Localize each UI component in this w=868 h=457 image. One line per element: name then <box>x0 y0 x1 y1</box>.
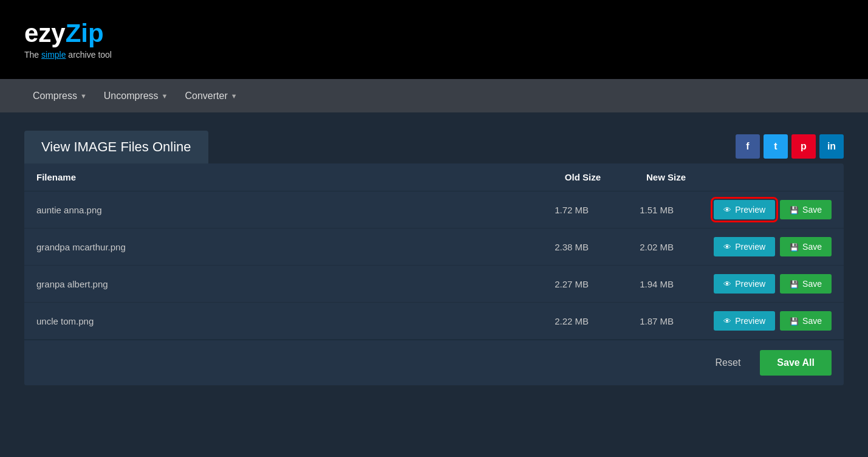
navigation: Compress ▼ Uncompress ▼ Converter ▼ <box>0 79 868 112</box>
preview-label: Preview <box>735 205 765 215</box>
save-all-button[interactable]: Save All <box>760 350 832 376</box>
file-name: uncle tom.png <box>36 316 516 326</box>
pinterest-button[interactable]: p <box>791 134 816 159</box>
save-icon <box>790 279 799 289</box>
save-label: Save <box>802 316 822 326</box>
old-size: 2.38 MB <box>516 242 601 252</box>
tagline-prefix: The <box>24 50 41 60</box>
preview-label: Preview <box>735 316 765 326</box>
save-button[interactable]: Save <box>780 237 832 256</box>
preview-button[interactable]: Preview <box>714 311 775 331</box>
logo-text: ezyZip <box>24 19 112 47</box>
save-label: Save <box>802 242 822 252</box>
save-button[interactable]: Save <box>780 200 832 219</box>
logo-ezy: ezy <box>24 19 66 47</box>
page-header: View IMAGE Files Online f t p in <box>24 131 844 163</box>
eye-icon <box>723 279 731 289</box>
reset-button[interactable]: Reset <box>706 351 751 374</box>
table-header: Filename Old Size New Size <box>24 163 844 191</box>
file-name: auntie anna.png <box>36 205 516 215</box>
chevron-down-icon: ▼ <box>231 92 238 100</box>
chevron-down-icon: ▼ <box>80 92 87 100</box>
file-actions: Preview Save <box>686 200 832 219</box>
nav-converter-label: Converter <box>185 91 228 101</box>
save-button[interactable]: Save <box>780 311 832 331</box>
col-actions <box>686 172 832 182</box>
facebook-button[interactable]: f <box>736 134 760 159</box>
save-button[interactable]: Save <box>780 274 832 294</box>
logo-zip: Zip <box>66 19 104 47</box>
table-row: granpa albert.png 2.27 MB 1.94 MB Previe… <box>24 266 844 303</box>
main-content: View IMAGE Files Online f t p in Filenam… <box>0 112 868 404</box>
linkedin-button[interactable]: in <box>819 134 844 159</box>
tagline-suffix: archive tool <box>66 50 111 60</box>
social-icons: f t p in <box>736 131 844 159</box>
nav-item-compress[interactable]: Compress ▼ <box>24 81 95 111</box>
logo-tagline: The simple archive tool <box>24 50 112 60</box>
nav-compress-label: Compress <box>33 91 77 101</box>
save-label: Save <box>802 279 822 289</box>
nav-item-converter[interactable]: Converter ▼ <box>177 81 246 111</box>
file-table: Filename Old Size New Size auntie anna.p… <box>24 163 844 385</box>
tagline-simple: simple <box>41 50 66 60</box>
table-row: auntie anna.png 1.72 MB 1.51 MB Preview … <box>24 191 844 228</box>
page-title: View IMAGE Files Online <box>24 131 208 163</box>
chevron-down-icon: ▼ <box>162 92 168 100</box>
new-size: 1.94 MB <box>601 279 686 289</box>
header: ezyZip The simple archive tool <box>0 0 868 79</box>
twitter-button[interactable]: t <box>764 134 788 159</box>
file-actions: Preview Save <box>686 274 832 294</box>
save-label: Save <box>802 205 822 215</box>
preview-button[interactable]: Preview <box>714 237 775 256</box>
new-size: 1.87 MB <box>601 316 686 326</box>
preview-label: Preview <box>735 242 765 252</box>
new-size: 2.02 MB <box>601 242 686 252</box>
file-name: granpa albert.png <box>36 279 516 289</box>
save-icon <box>790 205 799 215</box>
save-icon <box>790 242 799 252</box>
preview-label: Preview <box>735 279 765 289</box>
new-size: 1.51 MB <box>601 205 686 215</box>
table-row: grandpa mcarthur.png 2.38 MB 2.02 MB Pre… <box>24 228 844 266</box>
preview-button[interactable]: Preview <box>714 274 775 294</box>
old-size: 2.22 MB <box>516 316 601 326</box>
bottom-actions: Reset Save All <box>24 340 844 385</box>
old-size: 2.27 MB <box>516 279 601 289</box>
col-new-size: New Size <box>601 172 686 182</box>
preview-button[interactable]: Preview <box>714 200 775 219</box>
logo: ezyZip The simple archive tool <box>24 19 112 60</box>
eye-icon <box>723 242 731 252</box>
eye-icon <box>723 205 731 215</box>
col-old-size: Old Size <box>516 172 601 182</box>
old-size: 1.72 MB <box>516 205 601 215</box>
table-row: uncle tom.png 2.22 MB 1.87 MB Preview Sa… <box>24 303 844 340</box>
save-icon <box>790 316 799 326</box>
file-actions: Preview Save <box>686 237 832 256</box>
nav-item-uncompress[interactable]: Uncompress ▼ <box>95 81 177 111</box>
file-actions: Preview Save <box>686 311 832 331</box>
col-filename: Filename <box>36 172 516 182</box>
nav-uncompress-label: Uncompress <box>104 91 159 101</box>
file-name: grandpa mcarthur.png <box>36 242 516 252</box>
eye-icon <box>723 316 731 326</box>
